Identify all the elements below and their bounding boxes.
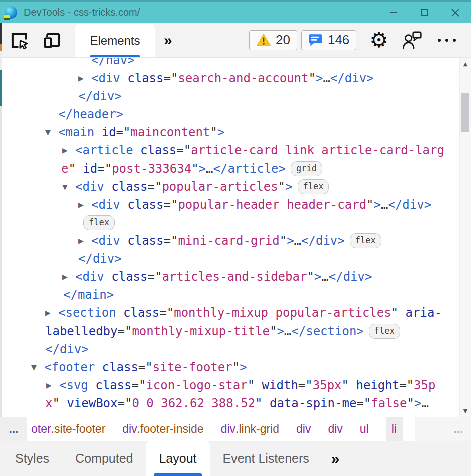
more-tabs-chevron-icon[interactable]: » — [162, 32, 174, 49]
tree-line[interactable]: e" id="post-333634">…</article>grid — [0, 160, 459, 178]
more-options-icon[interactable] — [435, 39, 458, 42]
collapse-arrow-icon[interactable]: ▼ — [62, 178, 68, 196]
tree-line[interactable]: </div> — [0, 87, 459, 105]
panel-more-tabs-chevron-icon[interactable]: » — [322, 441, 349, 476]
tree-line[interactable]: ▶<svg class="icon-logo-star" width="35px… — [0, 376, 459, 394]
minimize-icon — [390, 12, 397, 13]
expand-arrow-icon[interactable]: ▶ — [46, 376, 52, 394]
settings-gear-icon[interactable]: ⚙ — [369, 30, 388, 51]
feedback-icon[interactable] — [401, 30, 422, 50]
code-token: </div> — [329, 270, 372, 284]
code-token: " — [270, 324, 277, 338]
expand-arrow-icon[interactable]: ▶ — [78, 196, 84, 214]
code-token: monthly-mixup popular-articles — [174, 306, 391, 320]
code-token: … — [284, 324, 291, 338]
tree-line[interactable]: ▼<div class="popular-articles">flex — [0, 178, 459, 196]
code-token: </header> — [58, 107, 123, 121]
tree-line[interactable]: ▶<article class="article-card link artic… — [0, 141, 459, 160]
scrollbar-thumb[interactable] — [461, 93, 469, 132]
tree-line[interactable]: </nav> — [0, 58, 459, 69]
expand-arrow-icon[interactable]: ▶ — [78, 232, 84, 250]
tree-line[interactable]: ▶<div class="mini-card-grid">…</div>flex — [0, 232, 459, 250]
breadcrumb-item-div[interactable]: div — [328, 417, 342, 441]
expand-arrow-icon[interactable]: ▶ — [78, 69, 84, 87]
tree-line[interactable]: ▼<main id="maincontent"> — [0, 123, 459, 141]
tree-line[interactable]: ▶<section class="monthly-mixup popular-a… — [0, 304, 459, 322]
breadcrumb-item-li[interactable]: li — [386, 417, 403, 441]
inspect-element-button[interactable] — [9, 30, 29, 50]
tree-line[interactable]: </div> — [0, 340, 459, 358]
breadcrumb-item-ul[interactable]: ul — [360, 417, 369, 441]
device-toolbar-button[interactable] — [42, 30, 62, 50]
code-token — [120, 71, 127, 85]
grid-layout-badge[interactable]: grid — [291, 161, 322, 176]
code-token: labelledby — [45, 324, 118, 338]
tree-line[interactable]: ▼<footer class="site-footer"> — [0, 358, 459, 376]
tab-event-listeners[interactable]: Event Listeners — [210, 441, 322, 476]
breadcrumb-item-div[interactable]: div — [296, 417, 311, 441]
minimize-button[interactable] — [378, 2, 409, 23]
code-token: =" — [164, 198, 178, 212]
expand-arrow-icon[interactable]: ▶ — [62, 268, 68, 286]
title-bar: DevTools - css-tricks.com/ — [0, 0, 471, 23]
collapse-arrow-icon[interactable]: ▼ — [31, 358, 37, 376]
code-token: article-card link article-card-larg — [191, 143, 444, 157]
collapse-arrow-icon[interactable]: ▼ — [45, 123, 51, 141]
code-token: </div> — [78, 252, 122, 266]
flex-layout-badge[interactable]: flex — [350, 233, 381, 248]
edge-devtools-logo-icon — [5, 6, 17, 19]
tab-layout[interactable]: Layout — [146, 441, 209, 476]
code-token: x — [45, 396, 52, 410]
tree-line[interactable]: </main> — [0, 286, 459, 304]
scrollbar-down-arrow-icon[interactable]: ▼ — [460, 408, 471, 414]
console-messages-button[interactable]: 146 — [301, 30, 356, 50]
tree-line[interactable]: ▶<div class="popular-header header-card"… — [0, 196, 459, 214]
code-token: id — [83, 162, 97, 176]
scrollbar-up-arrow-icon[interactable]: ▲ — [460, 61, 471, 67]
code-token: </div> — [388, 198, 431, 212]
code-token: =" — [97, 162, 112, 176]
tree-line[interactable]: </header> — [0, 105, 459, 123]
code-token: class — [111, 180, 147, 194]
code-token: </div> — [330, 71, 374, 85]
code-token: popular-articles — [162, 180, 278, 194]
flex-layout-badge[interactable]: flex — [83, 215, 115, 230]
code-token: =" — [138, 360, 153, 374]
breadcrumb-item-div[interactable]: div.footer-inside — [122, 417, 203, 441]
tab-label: Styles — [15, 451, 49, 466]
expand-arrow-icon[interactable]: ▶ — [45, 304, 51, 322]
breadcrumb-item-div[interactable]: div.link-grid — [221, 417, 279, 441]
code-token: " — [307, 270, 314, 284]
flex-layout-badge[interactable]: flex — [369, 324, 400, 339]
tree-line[interactable]: </div> — [0, 250, 459, 268]
tab-styles[interactable]: Styles — [2, 441, 62, 476]
tree-line[interactable]: ▶<div class="search-and-account">…</div> — [0, 69, 459, 87]
expand-arrow-icon[interactable]: ▶ — [62, 141, 68, 160]
vertical-scrollbar[interactable]: ▲ ▼ — [459, 58, 471, 417]
tab-elements[interactable]: Elements — [75, 24, 155, 57]
code-token: =" — [118, 396, 132, 410]
maximize-button[interactable] — [409, 2, 440, 23]
close-button[interactable] — [440, 2, 471, 23]
code-token: > — [199, 162, 206, 176]
dom-tree: </nav>▶<div class="search-and-account">…… — [0, 58, 459, 417]
code-token: <div — [75, 180, 104, 194]
issues-counter-button[interactable]: 20 — [249, 30, 297, 50]
code-token: =" — [176, 143, 191, 157]
code-token: " — [255, 396, 270, 410]
window-controls — [378, 2, 471, 23]
flex-layout-badge[interactable]: flex — [298, 179, 329, 194]
code-token: height — [356, 378, 399, 392]
breadcrumb-overflow-left-button[interactable]: ... — [0, 417, 27, 441]
code-token: viewBox — [67, 396, 117, 410]
code-token: =" — [118, 324, 132, 338]
code-token: popular-header header-card — [178, 198, 366, 212]
tab-computed[interactable]: Computed — [62, 441, 146, 476]
breadcrumb-item-oter[interactable]: oter.site-footer — [31, 417, 105, 441]
tree-line[interactable]: flex — [0, 214, 459, 232]
code-token: aria- — [406, 306, 442, 320]
tree-line[interactable]: ▶<div class="articles-and-sidebar">…</di… — [0, 268, 459, 286]
tree-line[interactable]: x" viewBox="0 0 362.62 388.52" data-spin… — [0, 394, 459, 412]
tree-line[interactable]: labelledby="monthly-mixup-title">…</sect… — [0, 322, 459, 340]
panel-tabs: StylesComputedLayoutEvent Listeners » — [0, 441, 471, 476]
